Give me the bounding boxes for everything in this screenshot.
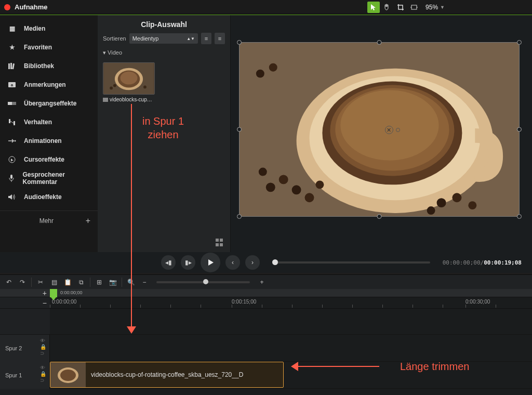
resize-handle[interactable] (377, 214, 382, 219)
svg-rect-7 (12, 102, 16, 105)
sort-asc-icon[interactable]: ≡ (201, 33, 211, 44)
timeline-ruler[interactable]: 0:00:00;00 0:00:15;00 0:00:30;00 (50, 297, 532, 309)
svg-point-35 (452, 193, 461, 202)
resize-handle[interactable] (517, 127, 522, 132)
track-header-2[interactable]: Spur 2👁🔒⊃ (0, 335, 50, 362)
anchor-icon[interactable]: ✕ (385, 126, 393, 134)
resize-handle[interactable] (237, 40, 242, 45)
sidebar-item-cursoreffects[interactable]: Cursoreffekte (0, 150, 98, 169)
record-icon[interactable] (4, 4, 10, 10)
zoom-slider[interactable] (156, 281, 250, 283)
behavior-icon (7, 117, 17, 127)
media-icon: ▦ (7, 24, 17, 33)
svg-point-27 (340, 90, 438, 160)
audio-icon (7, 192, 17, 202)
sidebar-item-voiceover[interactable]: Gesprochener Kommentar (0, 169, 98, 188)
preview-canvas[interactable]: ✕ (231, 15, 532, 252)
paste-button[interactable]: 📋 (62, 276, 73, 288)
sort-desc-icon[interactable]: ≡ (215, 33, 225, 44)
clip-panel: Clip-Auswahl Sortieren Medientyp▲▼ ≡ ≡ ▾… (98, 15, 231, 252)
sidebar-item-animations[interactable]: Animationen (0, 131, 98, 150)
svg-rect-6 (8, 102, 12, 105)
add-track-button[interactable]: + (43, 289, 47, 297)
prev-frame-button[interactable]: ◂▮ (161, 255, 176, 270)
books-icon (7, 61, 17, 71)
sidebar-more[interactable]: Mehr (39, 217, 54, 225)
app-title: Aufnahme (15, 3, 367, 11)
cut-button[interactable]: ✂ (35, 276, 46, 288)
zoom-plus-button[interactable]: + (256, 276, 268, 288)
step-forward-button[interactable]: › (245, 255, 260, 270)
magnet-icon[interactable]: ⊃ (40, 377, 46, 383)
sidebar-item-favorites[interactable]: ★Favoriten (0, 38, 98, 57)
star-icon: ★ (7, 43, 17, 52)
svg-point-34 (437, 198, 446, 207)
grid-view-icon[interactable] (215, 238, 225, 248)
magnet-icon[interactable]: ⊃ (40, 350, 46, 356)
add-icon[interactable]: + (86, 216, 90, 226)
snapshot-button[interactable]: 📷 (107, 276, 118, 288)
sidebar-item-audioeffects[interactable]: Audioeffekte (0, 188, 98, 206)
svg-text:a: a (11, 83, 14, 87)
svg-rect-12 (10, 175, 12, 179)
timeline-clip[interactable]: videoblocks-cup-of-rotating-coffee_skba_… (50, 362, 284, 388)
sidebar-item-transitions[interactable]: Übergangseffekte (0, 94, 98, 113)
svg-point-28 (266, 182, 275, 192)
timeline-overview[interactable]: 0:00:00;00 (50, 289, 532, 297)
svg-point-31 (305, 193, 314, 202)
next-frame-button[interactable]: ▮▸ (181, 255, 195, 270)
resize-handle[interactable] (517, 40, 522, 45)
svg-point-17 (110, 86, 113, 89)
resize-handle[interactable] (517, 214, 522, 219)
lock-icon[interactable]: 🔒 (40, 371, 46, 376)
clip-thumbnail-label: videoblocks-cup… (103, 97, 225, 102)
visibility-icon[interactable]: 👁 (40, 365, 46, 370)
video-icon (103, 98, 108, 102)
zoom-minus-button[interactable]: − (139, 276, 150, 288)
track-header-1[interactable]: Spur 1👁🔒⊃ (0, 362, 50, 389)
svg-point-10 (15, 140, 16, 142)
split-button[interactable]: ⧉ (75, 276, 87, 288)
resize-handle[interactable] (237, 127, 242, 132)
visibility-icon[interactable]: 👁 (40, 338, 46, 343)
sidebar-item-behaviors[interactable]: Verhalten (0, 113, 98, 131)
resize-handle[interactable] (237, 214, 242, 219)
playback-slider[interactable] (272, 261, 430, 264)
crop-tool[interactable] (394, 2, 407, 13)
sidebar-item-media[interactable]: ▦Medien (0, 19, 98, 38)
zoom-level[interactable]: 95%▼ (425, 4, 445, 11)
resize-tool[interactable] (408, 2, 420, 13)
marker-button[interactable]: ⊞ (94, 276, 105, 288)
sort-select[interactable]: Medientyp▲▼ (129, 33, 198, 44)
playhead[interactable] (50, 289, 57, 297)
svg-rect-0 (411, 5, 417, 9)
clip-thumb-icon (50, 362, 86, 387)
redo-button[interactable]: ↷ (17, 276, 28, 288)
tree-node-video[interactable]: ▾ Video (98, 47, 230, 58)
svg-point-18 (113, 84, 116, 87)
zoom-out-icon[interactable]: 🔍 (125, 276, 137, 288)
svg-point-39 (269, 63, 277, 72)
svg-rect-8 (9, 119, 10, 123)
lock-icon[interactable]: 🔒 (40, 344, 46, 349)
rotation-handle[interactable] (396, 128, 400, 132)
play-button[interactable] (201, 253, 220, 272)
svg-point-32 (259, 168, 267, 176)
track-2[interactable] (50, 335, 532, 362)
step-back-button[interactable]: ‹ (225, 255, 240, 270)
sidebar-item-annotations[interactable]: aAnmerkungen (0, 75, 98, 94)
timeline-toolbar: ↶ ↷ ✂ ▤ 📋 ⧉ ⊞ 📷 🔍 − + (0, 274, 532, 289)
undo-button[interactable]: ↶ (3, 276, 15, 288)
copy-button[interactable]: ▤ (48, 276, 60, 288)
clip-thumbnail[interactable] (103, 62, 155, 95)
track-1[interactable]: videoblocks-cup-of-rotating-coffee_skba_… (50, 362, 532, 389)
svg-point-38 (256, 70, 264, 78)
resize-handle[interactable] (377, 40, 382, 45)
remove-track-button[interactable]: − (43, 299, 47, 307)
transition-icon (7, 99, 17, 108)
sidebar-item-library[interactable]: Bibliothek (0, 57, 98, 75)
svg-rect-1 (8, 63, 10, 69)
pointer-tool[interactable] (367, 2, 380, 13)
hand-tool[interactable] (381, 2, 393, 13)
timecode: 00:00:00;00/00:00:19;08 (443, 259, 522, 266)
